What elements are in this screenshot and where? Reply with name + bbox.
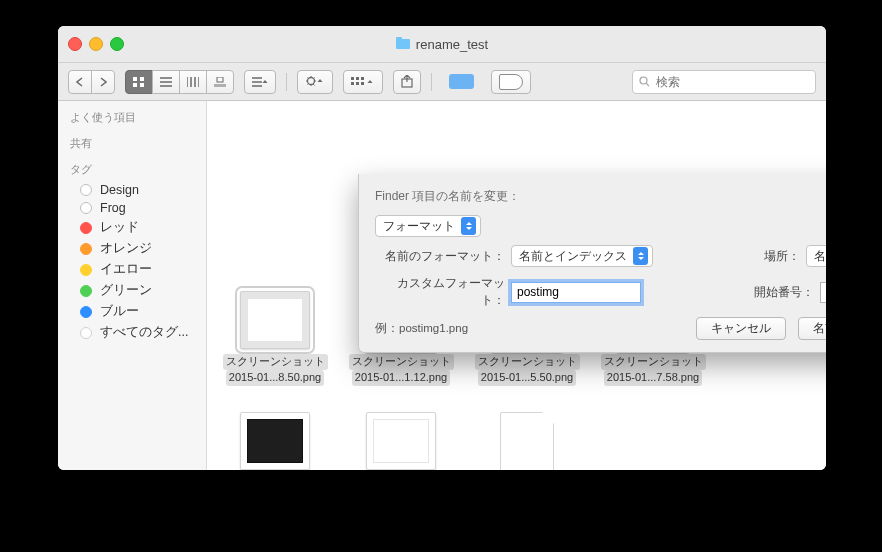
search-input[interactable] <box>654 74 809 90</box>
file-label-line1: スクリーンショット <box>349 354 454 370</box>
window-controls <box>68 37 124 51</box>
location-value: 名前の後 <box>814 248 826 265</box>
svg-rect-7 <box>356 77 359 80</box>
sidebar-tag-label: ブルー <box>100 303 139 320</box>
cancel-button[interactable]: キャンセル <box>696 317 786 340</box>
sidebar-tag-item[interactable]: Design <box>58 181 206 199</box>
example-text: 例：postimg1.png <box>375 321 468 336</box>
sidebar-tag-label: レッド <box>100 219 139 236</box>
sidebar-tag-item[interactable]: Frog <box>58 199 206 217</box>
sidebar-heading-shared: 共有 <box>58 133 206 155</box>
svg-rect-6 <box>351 77 354 80</box>
sidebar-tag-label: すべてのタグ... <box>100 324 188 341</box>
location-label: 場所： <box>764 248 800 265</box>
sidebar-tag-item[interactable]: レッド <box>58 217 206 238</box>
tags-button[interactable] <box>491 70 531 94</box>
svg-rect-1 <box>140 77 144 81</box>
sidebar-tag-label: グリーン <box>100 282 152 299</box>
sidebar-tag-label: Frog <box>100 201 126 215</box>
format-label: 名前のフォーマット： <box>375 248 505 265</box>
minimize-icon[interactable] <box>89 37 103 51</box>
rename-mode-label: フォーマット <box>383 218 455 235</box>
forward-button[interactable] <box>91 70 115 94</box>
format-value: 名前とインデックス <box>519 248 627 265</box>
svg-rect-2 <box>133 83 137 87</box>
view-columns-button[interactable] <box>179 70 207 94</box>
file-item[interactable]: スクリーンショット2015-01...6.37.png <box>353 412 449 471</box>
start-number-label: 開始番号： <box>754 284 814 301</box>
file-label-line1: スクリーンショット <box>601 354 706 370</box>
tag-dot-icon <box>80 327 92 339</box>
close-icon[interactable] <box>68 37 82 51</box>
separator <box>431 73 432 91</box>
svg-point-13 <box>640 77 647 84</box>
tag-dot-icon <box>80 306 92 318</box>
group-button[interactable] <box>343 70 383 94</box>
finder-window: rename_test よく使う項目 共有 <box>58 26 826 470</box>
file-label-line2: 2015-01...7.58.png <box>604 370 702 386</box>
share-button[interactable] <box>393 70 421 94</box>
chevron-updown-icon <box>633 247 648 265</box>
toolbar <box>58 63 826 101</box>
view-icons-button[interactable] <box>125 70 153 94</box>
window-title: rename_test <box>416 37 488 52</box>
start-number-input[interactable] <box>820 282 826 303</box>
custom-format-input[interactable] <box>511 282 641 303</box>
custom-format-label: カスタムフォーマット： <box>375 275 505 309</box>
view-coverflow-button[interactable] <box>206 70 234 94</box>
file-browser: スクリーンショット2015-01...8.50.pngスクリーンショット2015… <box>207 101 826 470</box>
svg-rect-9 <box>356 82 359 85</box>
file-label-line2: 2015-01...5.50.png <box>478 370 576 386</box>
dialog-title: Finder 項目の名前を変更： <box>375 188 826 205</box>
folder-icon <box>396 39 410 49</box>
tag-dot-icon <box>80 222 92 234</box>
file-icon <box>500 412 554 471</box>
file-thumbnail <box>240 291 310 349</box>
file-label-line1: スクリーンショット <box>475 354 580 370</box>
file-thumbnail <box>240 412 310 470</box>
rename-mode-select[interactable]: フォーマット <box>375 215 481 237</box>
rename-button[interactable]: 名前を変更 <box>798 317 826 340</box>
svg-rect-3 <box>140 83 144 87</box>
tag-dot-icon <box>80 285 92 297</box>
tag-dot-icon <box>80 243 92 255</box>
tag-dot-icon <box>80 264 92 276</box>
sidebar-tag-item[interactable]: グリーン <box>58 280 206 301</box>
chevron-updown-icon <box>461 217 476 235</box>
zoom-icon[interactable] <box>110 37 124 51</box>
file-item[interactable]: スクリーンショット2015-01...7.32.psd <box>227 412 323 471</box>
batch-rename-dialog: Finder 項目の名前を変更： フォーマット 名前のフォーマット： 名前とイン… <box>358 174 826 353</box>
sidebar: よく使う項目 共有 タグ DesignFrogレッドオレンジイエローグリーンブル… <box>58 101 207 470</box>
file-item[interactable]: .DS_Store <box>479 412 575 471</box>
file-label-line2: 2015-01...8.50.png <box>226 370 324 386</box>
dropbox-button[interactable] <box>442 71 481 93</box>
action-button[interactable] <box>297 70 333 94</box>
svg-rect-4 <box>217 77 223 82</box>
separator <box>286 73 287 91</box>
sidebar-tag-label: オレンジ <box>100 240 152 257</box>
search-icon <box>639 76 649 87</box>
svg-rect-10 <box>361 77 364 80</box>
file-thumbnail <box>366 412 436 470</box>
file-label-line2: 2015-01...1.12.png <box>352 370 450 386</box>
file-item[interactable]: スクリーンショット2015-01...8.50.png <box>227 291 323 386</box>
sidebar-tag-item[interactable]: イエロー <box>58 259 206 280</box>
svg-rect-8 <box>351 82 354 85</box>
sidebar-tag-label: Design <box>100 183 139 197</box>
location-select[interactable]: 名前の後 <box>806 245 826 267</box>
titlebar: rename_test <box>58 26 826 63</box>
search-field[interactable] <box>632 70 816 94</box>
sidebar-heading-tags: タグ <box>58 159 206 181</box>
format-select[interactable]: 名前とインデックス <box>511 245 653 267</box>
sidebar-tag-item[interactable]: すべてのタグ... <box>58 322 206 343</box>
sidebar-tag-item[interactable]: ブルー <box>58 301 206 322</box>
arrange-button[interactable] <box>244 70 276 94</box>
sidebar-tag-label: イエロー <box>100 261 152 278</box>
view-list-button[interactable] <box>152 70 180 94</box>
svg-rect-0 <box>133 77 137 81</box>
sidebar-tag-item[interactable]: オレンジ <box>58 238 206 259</box>
sidebar-heading-favorites: よく使う項目 <box>58 107 206 129</box>
file-label-line1: スクリーンショット <box>223 354 328 370</box>
back-button[interactable] <box>68 70 92 94</box>
tag-dot-icon <box>80 202 92 214</box>
